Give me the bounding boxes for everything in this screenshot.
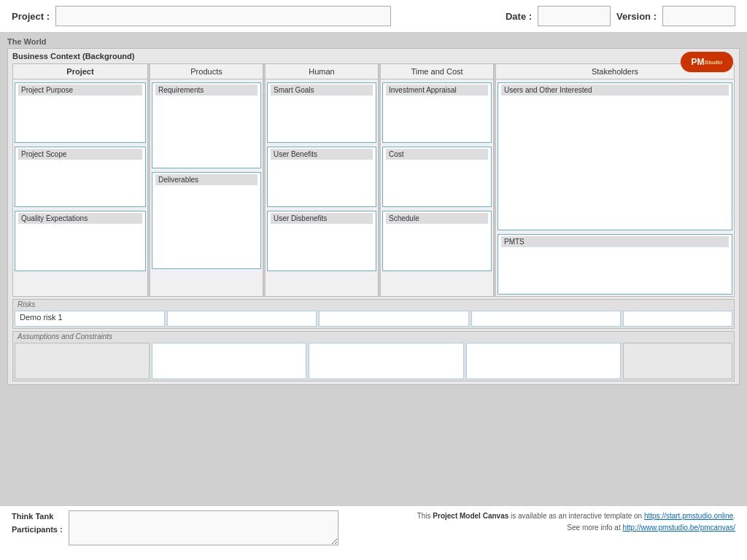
cost-body[interactable] [386, 161, 488, 205]
risks-cell-4[interactable] [471, 311, 622, 327]
user-benefits-label: User Benefits [271, 149, 373, 160]
smart-goals-cell[interactable]: Smart Goals [267, 82, 376, 143]
risks-section: Risks Demo risk 1 [12, 299, 735, 329]
user-benefits-body[interactable] [271, 161, 373, 205]
project-scope-label: Project Scope [18, 149, 142, 160]
user-benefits-cell[interactable]: User Benefits [267, 147, 376, 207]
risks-cell-1[interactable]: Demo risk 1 [15, 311, 165, 327]
project-column: Project Project Purpose Project Scope Qu… [13, 64, 148, 296]
schedule-body[interactable] [386, 225, 488, 269]
user-disbenefits-label: User Disbenefits [271, 213, 373, 224]
assumptions-cell-1[interactable] [152, 343, 306, 379]
date-label: Date : [506, 11, 532, 22]
schedule-cell[interactable]: Schedule [382, 211, 492, 271]
investment-appraisal-label: Investment Appraisal [386, 85, 488, 96]
assumptions-cell-4[interactable] [623, 343, 732, 379]
think-tank-input[interactable] [69, 510, 338, 545]
footer-link1[interactable]: https://start.pmstudio.online [644, 512, 733, 520]
requirements-body[interactable] [155, 97, 258, 166]
think-tank-label: Think Tank Participants : [12, 510, 63, 536]
assumptions-label: Assumptions and Constraints [13, 332, 734, 341]
quality-expectations-body[interactable] [18, 225, 142, 269]
project-input[interactable] [55, 6, 391, 26]
footer-link2[interactable]: http://www.pmstudio.be/pmcanvas/ [622, 524, 735, 532]
requirements-label: Requirements [155, 85, 258, 96]
schedule-label: Schedule [386, 213, 488, 224]
user-disbenefits-cell[interactable]: User Disbenefits [267, 211, 376, 271]
pmts-cell[interactable]: PMTS [498, 234, 732, 295]
stakeholders-column: Stakeholders Users and Other Interested … [496, 64, 734, 296]
project-scope-body[interactable] [18, 161, 142, 205]
pm-studio-logo: PM Studio [681, 52, 733, 72]
assumptions-cell-0[interactable] [15, 343, 150, 379]
deliverables-body[interactable] [155, 187, 258, 267]
quality-expectations-cell[interactable]: Quality Expectations [15, 211, 146, 271]
studio-text: Studio [705, 59, 723, 66]
investment-appraisal-cell[interactable]: Investment Appraisal [382, 82, 492, 143]
products-column: Products Requirements Deliverables [150, 64, 263, 296]
footer-left: Think Tank Participants : [12, 510, 338, 545]
business-context-label: Business Context (Background) [12, 52, 735, 61]
footer-desc1: This [417, 512, 433, 520]
project-purpose-cell[interactable]: Project Purpose [15, 82, 146, 143]
project-label: Project : [12, 11, 50, 22]
project-purpose-label: Project Purpose [18, 85, 142, 96]
assumptions-cell-3[interactable] [466, 343, 621, 379]
assumptions-row [13, 341, 734, 381]
pmts-label: PMTS [501, 236, 729, 247]
human-col-header: Human [266, 64, 378, 79]
risks-cell-3[interactable] [319, 311, 469, 327]
users-other-cell[interactable]: Users and Other Interested [498, 82, 732, 230]
world-label: The World [7, 37, 740, 46]
pmts-body[interactable] [501, 249, 729, 292]
version-input[interactable] [662, 6, 735, 26]
footer-bold: Project Model Canvas [433, 512, 508, 520]
human-column: Human Smart Goals User Benefits User Dis… [266, 64, 379, 296]
risks-cell-5[interactable] [623, 311, 732, 327]
users-other-body[interactable] [501, 97, 729, 228]
footer-right: This Project Model Canvas is available a… [417, 510, 735, 534]
products-col-header: Products [150, 64, 263, 79]
header: Project : Date : Version : [0, 0, 747, 33]
version-label: Version : [616, 11, 657, 22]
smart-goals-label: Smart Goals [271, 85, 373, 96]
project-col-header: Project [13, 64, 147, 79]
users-other-label: Users and Other Interested [501, 85, 729, 96]
cost-cell[interactable]: Cost [382, 147, 492, 207]
risks-cell-2[interactable] [167, 311, 317, 327]
footer: Think Tank Participants : This Project M… [0, 505, 747, 556]
deliverables-label: Deliverables [155, 174, 258, 185]
risks-label: Risks [13, 300, 734, 309]
pm-text: PM [692, 57, 705, 67]
risks-row: Demo risk 1 [13, 309, 734, 328]
user-disbenefits-body[interactable] [271, 225, 373, 269]
canvas-inner: PM Studio Business Context (Background) … [7, 48, 740, 385]
canvas-outer: The World PM Studio Business Context (Ba… [0, 33, 747, 505]
timecost-col-header: Time and Cost [381, 64, 493, 79]
cost-label: Cost [386, 149, 488, 160]
investment-appraisal-body[interactable] [386, 97, 488, 141]
assumptions-cell-2[interactable] [309, 343, 463, 379]
smart-goals-body[interactable] [271, 97, 373, 141]
date-input[interactable] [538, 6, 611, 26]
requirements-cell[interactable]: Requirements [152, 82, 261, 168]
project-scope-cell[interactable]: Project Scope [15, 147, 146, 207]
quality-expectations-label: Quality Expectations [18, 213, 142, 224]
project-purpose-body[interactable] [18, 97, 142, 141]
timecost-column: Time and Cost Investment Appraisal Cost … [381, 64, 494, 296]
assumptions-section: Assumptions and Constraints [12, 331, 735, 381]
deliverables-cell[interactable]: Deliverables [152, 172, 261, 269]
footer-desc2: is available as an interactive template … [508, 512, 644, 520]
